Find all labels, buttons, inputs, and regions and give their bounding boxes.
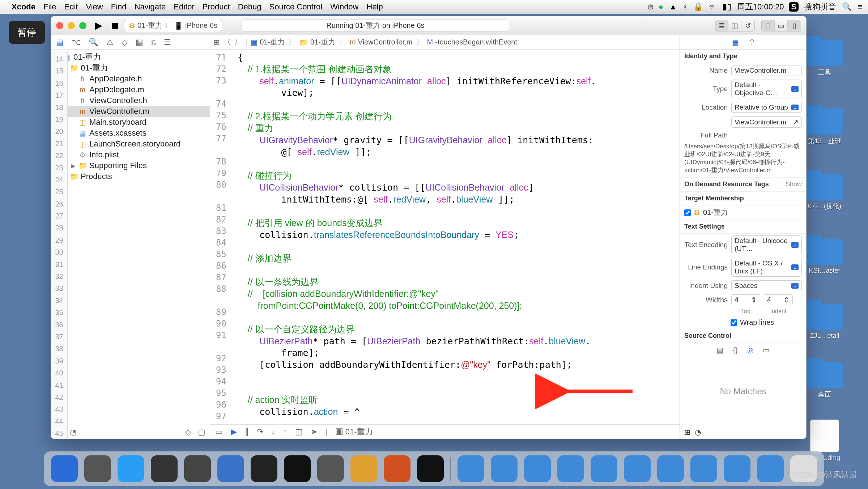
lock-icon[interactable]: 🔒 bbox=[693, 2, 703, 12]
dock-app-terminal2[interactable] bbox=[417, 455, 444, 482]
filter-scope-icon[interactable]: ▢ bbox=[198, 428, 205, 437]
zoom-window-button[interactable] bbox=[79, 22, 86, 29]
battery-icon[interactable]: ▮▯ bbox=[723, 2, 731, 12]
file-inspector-tab-icon[interactable]: ▤ bbox=[732, 38, 739, 47]
dock-app-finder[interactable] bbox=[51, 455, 78, 482]
dock-app-sketch[interactable] bbox=[350, 455, 377, 482]
menu-extra-icon[interactable]: ≡ bbox=[858, 2, 862, 12]
jump-bar[interactable]: ⊞ 〈 〉 | ▣01-重力〉 📁01-重力〉 mViewController.… bbox=[210, 35, 680, 50]
code-snippet-lib-icon[interactable]: {} bbox=[733, 346, 737, 354]
tree-group-supporting[interactable]: ▶📁Supporting Files bbox=[51, 160, 210, 171]
forward-icon[interactable]: 〉 bbox=[234, 37, 242, 47]
encoding-select[interactable]: Default - Unicode (UT…⌄ bbox=[731, 235, 802, 254]
tree-group[interactable]: ▼📁01-重力 bbox=[51, 63, 210, 73]
dock-app-mouse[interactable] bbox=[151, 455, 178, 482]
line-endings-select[interactable]: Default - OS X / Unix (LF)⌄ bbox=[731, 258, 802, 277]
step-into-icon[interactable]: ↓ bbox=[271, 427, 275, 437]
toggle-debug-icon[interactable]: ▭ bbox=[775, 20, 788, 31]
find-navigator-tab-icon[interactable]: 🔍 bbox=[89, 38, 98, 47]
wifi-icon[interactable]: ᯤ bbox=[709, 2, 717, 12]
dock-app-folder2[interactable] bbox=[524, 455, 551, 482]
dock-app-settings[interactable] bbox=[251, 455, 277, 482]
app-menu[interactable]: Xcode bbox=[12, 2, 35, 12]
menu-debug[interactable]: Debug bbox=[238, 2, 261, 12]
symbol-navigator-tab-icon[interactable]: ⌥ bbox=[72, 38, 81, 47]
stop-button[interactable]: ◼ bbox=[111, 20, 119, 31]
version-editor-icon[interactable]: ↺ bbox=[741, 20, 754, 31]
indent-using-select[interactable]: Spaces⌄ bbox=[731, 280, 802, 291]
library-filter-input[interactable] bbox=[705, 428, 802, 436]
report-navigator-tab-icon[interactable]: ☰ bbox=[164, 38, 171, 47]
dock-app-imovie[interactable] bbox=[184, 455, 211, 482]
tree-file[interactable]: hAppDelegate.h bbox=[51, 73, 210, 84]
menu-edit[interactable]: Edit bbox=[64, 2, 78, 12]
close-window-button[interactable] bbox=[56, 22, 63, 29]
tree-file[interactable]: hViewController.h bbox=[51, 95, 210, 106]
desktop-item[interactable]: 工具 bbox=[803, 40, 846, 77]
menu-find[interactable]: Find bbox=[111, 2, 127, 12]
minimize-window-button[interactable] bbox=[68, 22, 75, 29]
menu-navigate[interactable]: Navigate bbox=[135, 2, 166, 12]
step-over-icon[interactable]: ↷ bbox=[257, 427, 263, 437]
dock-app-system-preferences[interactable] bbox=[317, 455, 344, 482]
related-items-icon[interactable]: ⊞ bbox=[214, 38, 220, 47]
desktop-item[interactable]: KSI…aster bbox=[803, 239, 846, 275]
video-pause-overlay[interactable]: 暂停 bbox=[9, 21, 45, 44]
target-membership-item[interactable]: ⚙01-重力 bbox=[680, 205, 806, 220]
desktop-item[interactable]: ZJL…etail bbox=[803, 304, 846, 340]
airplay-icon[interactable]: ▲ bbox=[669, 2, 677, 12]
tree-file[interactable]: ◫LaunchScreen.storyboard bbox=[51, 139, 210, 149]
step-out-icon[interactable]: ↑ bbox=[283, 427, 287, 437]
tree-file[interactable]: mAppDelegate.m bbox=[51, 84, 210, 95]
library-grid-icon[interactable]: ⊞ bbox=[684, 428, 690, 437]
menu-file[interactable]: File bbox=[43, 2, 56, 12]
code-area[interactable]: { // 1.根据某一个范围 创建动画者对象 self.animator = [… bbox=[230, 50, 680, 424]
menu-editor[interactable]: Editor bbox=[174, 2, 194, 12]
quick-help-tab-icon[interactable]: ? bbox=[750, 38, 754, 46]
continue-icon[interactable]: ▶ bbox=[231, 427, 237, 437]
dock-app-folder3[interactable] bbox=[557, 455, 584, 482]
line-gutter[interactable]: 71 72 73 74 75 76 77 78 79 80 81 82 83 8… bbox=[210, 50, 230, 424]
toggle-navigator-icon[interactable]: ▯ bbox=[762, 20, 775, 31]
menu-window[interactable]: Window bbox=[330, 2, 358, 12]
dock-app-folder5[interactable] bbox=[624, 455, 651, 482]
back-icon[interactable]: 〈 bbox=[224, 37, 231, 47]
dock-app-folder8[interactable] bbox=[724, 455, 750, 482]
dock-app-folder4[interactable] bbox=[591, 455, 617, 482]
type-select[interactable]: Default - Objective-C…⌄ bbox=[731, 80, 802, 98]
dock-app-folder1[interactable] bbox=[491, 455, 518, 482]
ime-badge[interactable]: S bbox=[789, 2, 799, 12]
debug-view-icon[interactable]: ◫ bbox=[295, 427, 303, 437]
location-select[interactable]: Relative to Group⌄ bbox=[731, 102, 802, 113]
media-lib-icon[interactable]: ▭ bbox=[763, 346, 770, 354]
location-icon[interactable]: ➤ bbox=[311, 427, 317, 437]
run-button[interactable]: ▶ bbox=[95, 20, 102, 31]
assistant-editor-icon[interactable]: ◫ bbox=[728, 20, 741, 31]
tree-file[interactable]: ⚙Info.plist bbox=[51, 149, 210, 160]
test-navigator-tab-icon[interactable]: ◇ bbox=[122, 38, 128, 47]
standard-editor-icon[interactable]: ≣ bbox=[715, 20, 728, 31]
toggle-inspector-icon[interactable]: ▯ bbox=[788, 20, 801, 31]
tree-file[interactable]: ▦Assets.xcassets bbox=[51, 128, 210, 139]
indent-width-stepper[interactable]: 4⇕ bbox=[764, 294, 793, 305]
tab-width-stepper[interactable]: 4⇕ bbox=[731, 294, 760, 305]
issue-navigator-tab-icon[interactable]: ⚠ bbox=[106, 38, 114, 47]
editor-mode-segment[interactable]: ≣◫↺ bbox=[715, 20, 755, 31]
menubar-clock[interactable]: 周五10:00:20 bbox=[737, 1, 784, 12]
dock-app-launchpad[interactable] bbox=[84, 455, 111, 482]
desktop-item[interactable]: 第13…业班 bbox=[803, 109, 846, 145]
menu-source-control[interactable]: Source Control bbox=[269, 2, 323, 12]
dock-app-quicktime[interactable] bbox=[458, 455, 484, 482]
project-tree[interactable]: ▼▣01-重力 ▼📁01-重力 hAppDelegate.h mAppDeleg… bbox=[51, 50, 210, 425]
dock-app-xcode[interactable] bbox=[217, 455, 244, 482]
navigator-filter-input[interactable] bbox=[83, 428, 179, 436]
panel-toggle-segment[interactable]: ▯▭▯ bbox=[761, 20, 801, 31]
project-navigator-tab-icon[interactable]: ▤ bbox=[56, 38, 64, 47]
name-field[interactable]: ViewController.m bbox=[731, 65, 802, 76]
tree-file-selected[interactable]: mViewController.m bbox=[51, 106, 210, 117]
desktop-item[interactable]: 07-…(优化) bbox=[803, 174, 846, 211]
odr-show-link[interactable]: Show bbox=[786, 180, 802, 188]
debug-navigator-tab-icon[interactable]: ▦ bbox=[136, 38, 143, 47]
tree-project-root[interactable]: ▼▣01-重力 bbox=[51, 52, 210, 63]
reveal-icon[interactable]: ↗ bbox=[793, 118, 799, 126]
